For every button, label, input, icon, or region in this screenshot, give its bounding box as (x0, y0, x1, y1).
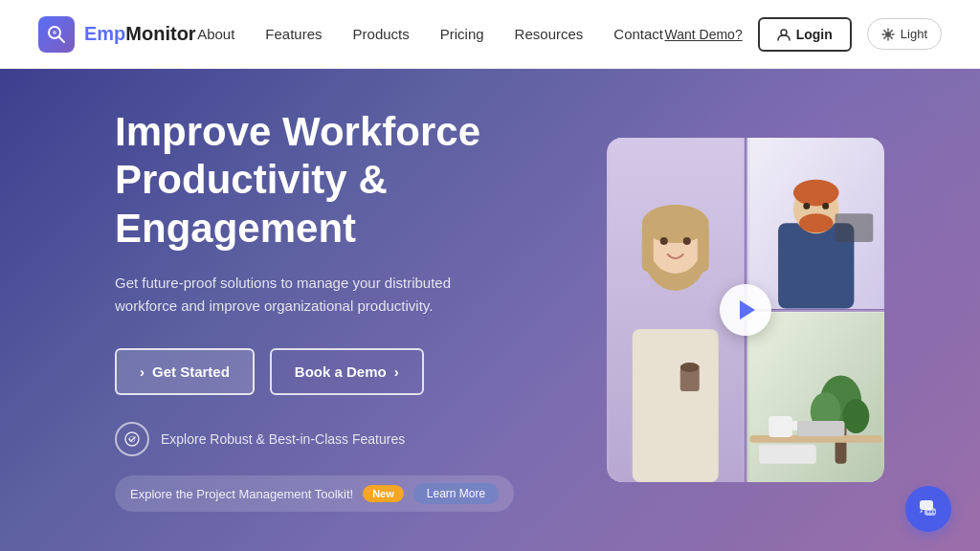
svg-rect-21 (642, 224, 654, 272)
svg-point-26 (680, 363, 700, 372)
header: EmpMonitor About Features Products Prici… (0, 0, 980, 69)
svg-point-3 (781, 30, 787, 35)
svg-line-9 (884, 30, 885, 31)
svg-rect-45 (796, 421, 844, 436)
learn-more-button[interactable]: Learn More (413, 483, 499, 504)
svg-point-49 (927, 511, 929, 513)
svg-point-32 (798, 213, 833, 232)
chat-icon (917, 497, 940, 520)
toolkit-bar: Explore the Project Management Toolkit! … (115, 475, 514, 512)
svg-point-34 (822, 203, 829, 209)
svg-point-24 (683, 237, 691, 245)
explore-features: Explore Robust & Best-in-Class Features (115, 422, 555, 456)
play-button[interactable] (720, 284, 771, 336)
light-icon (881, 28, 895, 41)
svg-point-33 (803, 203, 810, 209)
chevron-right-icon: › (140, 364, 145, 380)
toolkit-text: Explore the Project Management Toolkit! (130, 487, 353, 501)
hero-image-bottom-right (747, 312, 885, 483)
main-nav: About Features Products Pricing Resource… (197, 26, 663, 42)
logo-text: EmpMonitor (84, 23, 196, 45)
svg-line-11 (884, 36, 885, 37)
chat-bubble[interactable] (905, 486, 951, 532)
hero-description: Get future-proof solutions to manage you… (115, 272, 459, 318)
hero-section: Improve Workforce Productivity & Engagem… (0, 69, 980, 551)
hero-images (555, 138, 884, 482)
svg-line-1 (59, 36, 65, 42)
svg-rect-42 (749, 434, 882, 442)
get-started-button[interactable]: › Get Started (115, 348, 255, 395)
svg-point-23 (660, 237, 668, 245)
svg-rect-35 (835, 213, 873, 242)
hero-image-top-right (747, 138, 885, 309)
hero-title: Improve Workforce Productivity & Engagem… (115, 108, 555, 253)
arrow-right-icon: › (394, 364, 399, 380)
nav-pricing[interactable]: Pricing (440, 26, 484, 42)
nav-resources[interactable]: Resources (515, 26, 584, 42)
svg-point-50 (930, 511, 932, 513)
svg-point-2 (53, 31, 56, 34)
svg-rect-46 (759, 444, 816, 463)
svg-rect-22 (698, 224, 709, 272)
want-demo-link[interactable]: Want Demo? (665, 27, 743, 42)
svg-line-10 (890, 36, 891, 37)
nav-features[interactable]: Features (265, 26, 322, 42)
header-actions: Want Demo? Login Light (665, 17, 943, 52)
svg-point-31 (792, 180, 838, 207)
svg-rect-43 (768, 416, 792, 437)
svg-line-12 (890, 30, 891, 31)
explore-label: Explore Robust & Best-in-Class Features (161, 431, 405, 447)
svg-point-51 (933, 511, 935, 513)
theme-toggle[interactable]: Light (867, 18, 942, 50)
hero-content: Improve Workforce Productivity & Engagem… (115, 108, 555, 512)
nav-contact[interactable]: Contact (613, 26, 663, 42)
svg-rect-17 (633, 329, 719, 482)
login-icon (777, 28, 791, 41)
nav-about[interactable]: About (197, 26, 234, 42)
svg-point-4 (885, 32, 891, 37)
svg-point-41 (842, 399, 869, 433)
new-badge: New (363, 485, 404, 502)
features-icon (115, 422, 149, 456)
nav-products[interactable]: Products (353, 26, 410, 42)
play-icon (740, 300, 755, 320)
logo-icon (38, 16, 75, 53)
hero-buttons: › Get Started Book a Demo › (115, 348, 555, 395)
book-demo-button[interactable]: Book a Demo › (270, 348, 424, 395)
login-button[interactable]: Login (758, 17, 852, 52)
logo: EmpMonitor (38, 16, 196, 53)
